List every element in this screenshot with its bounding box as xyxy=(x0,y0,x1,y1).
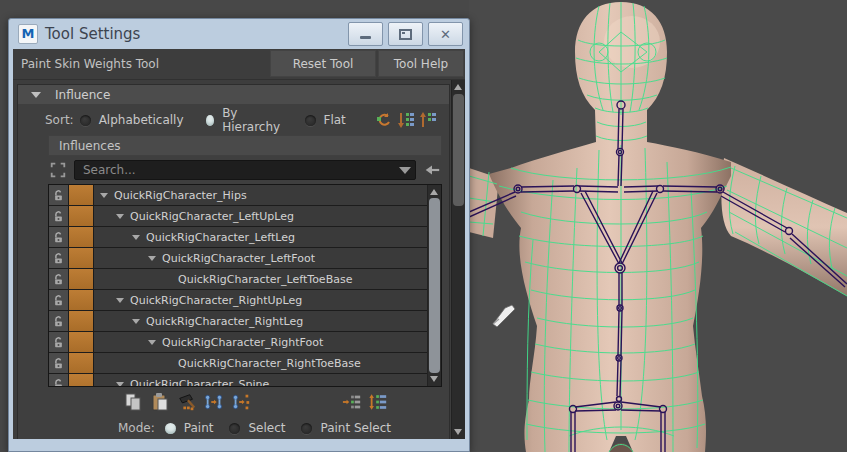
lock-toggle[interactable] xyxy=(49,374,69,386)
viewport-3d[interactable] xyxy=(469,0,847,452)
minimize-button[interactable] xyxy=(348,22,383,46)
influence-name: QuickRigCharacter_RightUpLeg xyxy=(130,294,302,307)
influence-row[interactable]: QuickRigCharacter_RightToeBase xyxy=(49,353,427,374)
lock-toggle[interactable] xyxy=(49,269,69,289)
expand-triangle-icon[interactable] xyxy=(132,235,140,240)
influence-row[interactable]: QuickRigCharacter_RightLeg xyxy=(49,311,427,332)
lock-toggle[interactable] xyxy=(49,185,69,205)
influence-frame: Influence Sort: AlphabeticallyBy Hierarc… xyxy=(17,84,450,439)
influence-item[interactable]: QuickRigCharacter_LeftLeg xyxy=(94,227,427,247)
influence-item[interactable]: QuickRigCharacter_RightLeg xyxy=(94,311,427,331)
search-field[interactable] xyxy=(74,160,416,180)
influence-tree: QuickRigCharacter_HipsQuickRigCharacter_… xyxy=(49,185,427,386)
influence-color-swatch[interactable] xyxy=(69,311,94,331)
expand-triangle-icon[interactable] xyxy=(132,319,140,324)
influence-color-swatch[interactable] xyxy=(69,290,94,310)
panel-scroll-down-icon[interactable] xyxy=(454,429,462,435)
sort-ascending-icon[interactable] xyxy=(418,110,438,130)
radio-alphabetically[interactable]: Alphabetically xyxy=(80,113,184,127)
expand-triangle-icon[interactable] xyxy=(116,214,124,219)
influence-color-swatch[interactable] xyxy=(69,353,94,373)
search-input[interactable] xyxy=(81,162,395,178)
influence-row[interactable]: QuickRigCharacter_LeftUpLeg xyxy=(49,206,427,227)
influence-row[interactable]: QuickRigCharacter_Hips xyxy=(49,185,427,206)
reset-tool-button[interactable]: Reset Tool xyxy=(270,50,376,77)
weight-hammer-icon[interactable] xyxy=(177,392,197,412)
move-weights-alt-icon[interactable] xyxy=(231,392,251,412)
influence-color-swatch[interactable] xyxy=(69,185,94,205)
lock-toggle[interactable] xyxy=(49,227,69,247)
titlebar[interactable]: M Tool Settings ✕ xyxy=(9,19,469,49)
tool-help-button[interactable]: Tool Help xyxy=(378,50,464,77)
influence-section-header[interactable]: Influence xyxy=(18,85,449,104)
influence-item[interactable]: QuickRigCharacter_Spine xyxy=(94,374,427,386)
radio-label: Alphabetically xyxy=(99,113,184,127)
expand-triangle-icon[interactable] xyxy=(116,382,124,387)
search-dropdown-arrow[interactable] xyxy=(399,167,411,174)
radio-select[interactable]: Select xyxy=(229,421,285,435)
scroll-up-icon[interactable] xyxy=(430,189,438,195)
expand-triangle-icon[interactable] xyxy=(100,193,108,198)
radio-flat[interactable]: Flat xyxy=(305,113,346,127)
radio-by-hierarchy[interactable]: By Hierarchy xyxy=(206,106,283,134)
influence-row[interactable]: QuickRigCharacter_Spine xyxy=(49,374,427,386)
influence-row[interactable]: QuickRigCharacter_RightFoot xyxy=(49,332,427,353)
influence-color-swatch[interactable] xyxy=(69,248,94,268)
influence-row[interactable]: QuickRigCharacter_LeftLeg xyxy=(49,227,427,248)
lock-toggle[interactable] xyxy=(49,332,69,352)
influence-list: QuickRigCharacter_HipsQuickRigCharacter_… xyxy=(48,184,442,387)
influences-header[interactable]: Influences xyxy=(48,135,442,156)
move-weights-icon[interactable] xyxy=(204,392,224,412)
influence-name: QuickRigCharacter_RightLeg xyxy=(146,315,303,328)
pin-influence-icon[interactable] xyxy=(422,160,442,180)
radio-circle[interactable] xyxy=(305,115,316,126)
copy-weights-icon[interactable] xyxy=(123,392,143,412)
show-influenced-verts-icon[interactable] xyxy=(342,392,362,412)
expand-triangle-icon[interactable] xyxy=(116,298,124,303)
paste-weights-icon[interactable] xyxy=(150,392,170,412)
lock-toggle[interactable] xyxy=(49,353,69,373)
influence-row[interactable]: QuickRigCharacter_RightUpLeg xyxy=(49,290,427,311)
influence-item[interactable]: QuickRigCharacter_RightFoot xyxy=(94,332,427,352)
influence-item[interactable]: QuickRigCharacter_LeftUpLeg xyxy=(94,206,427,226)
radio-paint-select[interactable]: Paint Select xyxy=(301,421,391,435)
radio-circle[interactable] xyxy=(80,115,91,126)
panel-scroll-up-icon[interactable] xyxy=(454,84,462,90)
refresh-influences-icon[interactable] xyxy=(374,110,394,130)
influence-item[interactable]: QuickRigCharacter_Hips xyxy=(94,185,427,205)
influence-color-swatch[interactable] xyxy=(69,374,94,386)
influence-color-swatch[interactable] xyxy=(69,227,94,247)
radio-circle[interactable] xyxy=(165,423,176,434)
list-scrollbar-thumb[interactable] xyxy=(429,198,440,373)
lock-toggle[interactable] xyxy=(49,248,69,268)
sort-descending-icon[interactable] xyxy=(396,110,416,130)
radio-paint[interactable]: Paint xyxy=(165,421,214,435)
search-row xyxy=(48,156,442,184)
sort-weights-list-icon[interactable] xyxy=(368,392,388,412)
panel-scrollbar[interactable] xyxy=(451,80,465,439)
influence-row[interactable]: QuickRigCharacter_LeftToeBase xyxy=(49,269,427,290)
scroll-down-icon[interactable] xyxy=(430,376,438,382)
influence-list-scrollbar[interactable] xyxy=(427,185,441,386)
lock-toggle[interactable] xyxy=(49,206,69,226)
radio-circle[interactable] xyxy=(301,423,312,434)
influence-item[interactable]: QuickRigCharacter_LeftFoot xyxy=(94,248,427,268)
maya-logo-icon: M xyxy=(18,24,38,44)
lock-toggle[interactable] xyxy=(49,290,69,310)
influence-color-swatch[interactable] xyxy=(69,206,94,226)
close-button[interactable]: ✕ xyxy=(428,22,463,46)
lock-toggle[interactable] xyxy=(49,311,69,331)
influence-row[interactable]: QuickRigCharacter_LeftFoot xyxy=(49,248,427,269)
influence-color-swatch[interactable] xyxy=(69,269,94,289)
influence-item[interactable]: QuickRigCharacter_RightToeBase xyxy=(94,353,427,373)
influence-item[interactable]: QuickRigCharacter_LeftToeBase xyxy=(94,269,427,289)
expand-triangle-icon[interactable] xyxy=(148,256,156,261)
influence-item[interactable]: QuickRigCharacter_RightUpLeg xyxy=(94,290,427,310)
radio-circle[interactable] xyxy=(206,115,215,126)
panel-scrollbar-thumb[interactable] xyxy=(453,94,464,206)
expand-triangle-icon[interactable] xyxy=(148,340,156,345)
maximize-button[interactable] xyxy=(388,22,423,46)
radio-circle[interactable] xyxy=(229,423,240,434)
influence-color-swatch[interactable] xyxy=(69,332,94,352)
highlight-selected-icon[interactable] xyxy=(48,160,68,180)
